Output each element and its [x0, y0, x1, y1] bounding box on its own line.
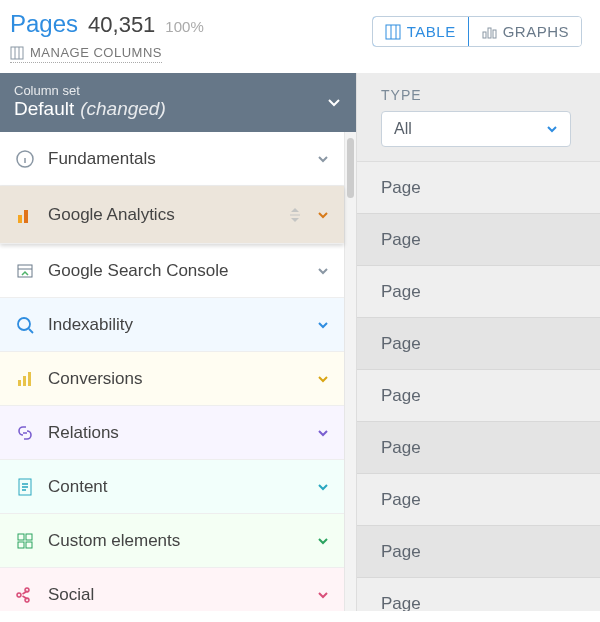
view-table-button[interactable]: TABLE — [372, 16, 469, 47]
column-set-bar[interactable]: Column set Default (changed) — [0, 73, 356, 132]
drag-handle-icon[interactable] — [288, 207, 302, 223]
chevron-down-icon[interactable] — [316, 264, 330, 278]
table-row[interactable]: Page — [357, 318, 600, 370]
type-rows: Page Page Page Page Page Page Page Page … — [357, 162, 600, 611]
svg-rect-27 — [18, 542, 24, 548]
ga-icon — [14, 204, 36, 226]
page-count: 40,351 — [88, 12, 155, 38]
group-label: Fundamentals — [48, 149, 316, 169]
svg-rect-13 — [18, 215, 22, 223]
group-item-indexability[interactable]: Indexability — [0, 298, 344, 352]
scrollbar-thumb[interactable] — [347, 138, 354, 198]
group-item-relations[interactable]: Relations — [0, 406, 344, 460]
page-header: Pages 40,351 100% MANAGE COLUMNS TABLE G… — [0, 0, 600, 73]
gsc-icon — [14, 260, 36, 282]
graphs-icon — [481, 24, 497, 40]
cell-type: Page — [381, 178, 421, 198]
link-icon — [14, 422, 36, 444]
type-filter-select[interactable]: All — [381, 111, 571, 147]
chevron-down-icon — [546, 123, 558, 135]
table-row[interactable]: Page — [357, 578, 600, 611]
title-row: Pages 40,351 100% — [10, 10, 362, 38]
columns-icon — [10, 46, 24, 60]
cell-type: Page — [381, 386, 421, 406]
group-item-conversions[interactable]: Conversions — [0, 352, 344, 406]
chevron-down-icon[interactable] — [316, 588, 330, 602]
svg-rect-3 — [386, 25, 400, 39]
svg-rect-26 — [26, 534, 32, 540]
sidebar: Column set Default (changed) Fundamental… — [0, 73, 356, 611]
chevron-down-icon[interactable] — [316, 534, 330, 548]
group-item-social[interactable]: Social — [0, 568, 344, 611]
svg-rect-8 — [493, 30, 496, 38]
cell-type: Page — [381, 334, 421, 354]
chevron-down-icon[interactable] — [316, 318, 330, 332]
svg-rect-20 — [28, 372, 31, 386]
column-set-label: Column set — [14, 83, 166, 98]
header-left: Pages 40,351 100% MANAGE COLUMNS — [10, 10, 362, 63]
view-table-label: TABLE — [407, 23, 456, 40]
search-icon — [14, 314, 36, 336]
table-row[interactable]: Page — [357, 526, 600, 578]
group-item-gsc[interactable]: Google Search Console — [0, 244, 344, 298]
page-percent: 100% — [165, 18, 203, 35]
group-label: Custom elements — [48, 531, 316, 551]
column-set-info: Column set Default (changed) — [14, 83, 166, 120]
scrollbar-track[interactable] — [344, 132, 356, 611]
group-label: Google Analytics — [48, 205, 288, 225]
body: Column set Default (changed) Fundamental… — [0, 73, 600, 611]
share-icon — [14, 584, 36, 606]
group-list: Fundamentals Google Analytics Google Sea… — [0, 132, 344, 611]
cell-type: Page — [381, 490, 421, 510]
group-label: Content — [48, 477, 316, 497]
info-icon — [14, 148, 36, 170]
chevron-down-icon[interactable] — [316, 152, 330, 166]
table-row[interactable]: Page — [357, 370, 600, 422]
page-title: Pages — [10, 10, 78, 38]
cell-type: Page — [381, 542, 421, 562]
table-row[interactable]: Page — [357, 162, 600, 214]
bars-icon — [14, 368, 36, 390]
group-item-content[interactable]: Content — [0, 460, 344, 514]
table-row[interactable]: Page — [357, 214, 600, 266]
table-icon — [385, 24, 401, 40]
chevron-down-icon[interactable] — [316, 208, 330, 222]
cell-type: Page — [381, 282, 421, 302]
column-set-name: Default — [14, 98, 74, 120]
svg-rect-7 — [488, 28, 491, 38]
svg-rect-28 — [26, 542, 32, 548]
sidebar-scroll: Fundamentals Google Analytics Google Sea… — [0, 132, 356, 611]
manage-columns-link[interactable]: MANAGE COLUMNS — [10, 44, 162, 63]
cell-type: Page — [381, 438, 421, 458]
table-row[interactable]: Page — [357, 422, 600, 474]
group-label: Relations — [48, 423, 316, 443]
group-label: Social — [48, 585, 316, 605]
chevron-down-icon[interactable] — [316, 372, 330, 386]
chevron-down-icon — [326, 94, 342, 110]
view-graphs-button[interactable]: GRAPHS — [468, 17, 581, 46]
right-header: TYPE All — [357, 73, 600, 162]
view-graphs-label: GRAPHS — [503, 23, 569, 40]
svg-rect-25 — [18, 534, 24, 540]
table-row[interactable]: Page — [357, 266, 600, 318]
cell-type: Page — [381, 230, 421, 250]
type-filter-value: All — [394, 120, 412, 138]
svg-rect-18 — [18, 380, 21, 386]
chevron-down-icon[interactable] — [316, 480, 330, 494]
column-header-type: TYPE — [381, 87, 584, 103]
column-set-status: (changed) — [80, 98, 166, 120]
group-label: Conversions — [48, 369, 316, 389]
table-row[interactable]: Page — [357, 474, 600, 526]
grid-icon — [14, 530, 36, 552]
column-set-name-row: Default (changed) — [14, 98, 166, 120]
group-label: Google Search Console — [48, 261, 316, 281]
group-item-ga[interactable]: Google Analytics — [0, 186, 344, 244]
doc-icon — [14, 476, 36, 498]
chevron-down-icon[interactable] — [316, 426, 330, 440]
cell-type: Page — [381, 594, 421, 612]
view-toggle: TABLE GRAPHS — [372, 16, 582, 47]
manage-columns-label: MANAGE COLUMNS — [30, 45, 162, 60]
group-item-fundamentals[interactable]: Fundamentals — [0, 132, 344, 186]
group-item-custom[interactable]: Custom elements — [0, 514, 344, 568]
right-pane: TYPE All Page Page Page Page Page Page P… — [356, 73, 600, 611]
